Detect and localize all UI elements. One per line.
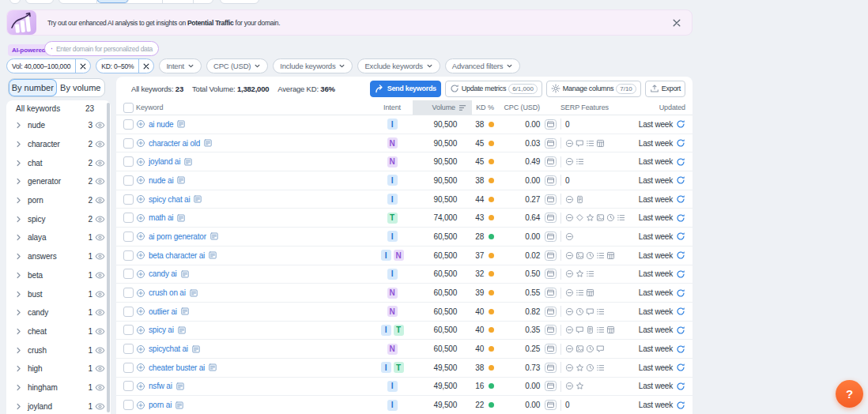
hide-group-icon[interactable]: [95, 139, 105, 149]
row-checkbox[interactable]: [123, 325, 134, 335]
refresh-metrics-icon[interactable]: [676, 307, 685, 316]
refresh-metrics-icon[interactable]: [676, 269, 685, 279]
keyword-link[interactable]: outlier ai: [149, 307, 177, 316]
add-keyword-icon[interactable]: [136, 344, 145, 354]
keyword-link[interactable]: cheater buster ai: [149, 363, 205, 372]
keyword-group-spicy[interactable]: spicy2: [6, 209, 111, 228]
hide-group-icon[interactable]: [95, 195, 105, 205]
advanced-filters-dropdown[interactable]: Advanced filters: [445, 58, 520, 73]
keyword-link[interactable]: joyland ai: [149, 157, 180, 166]
refresh-metrics-icon[interactable]: [676, 157, 685, 167]
tab-phrase-match[interactable]: [129, 0, 163, 3]
header-updated[interactable]: Updated: [625, 100, 693, 115]
keyword-group-beta[interactable]: beta1: [6, 266, 111, 285]
row-checkbox[interactable]: [123, 194, 134, 205]
add-keyword-icon[interactable]: [136, 363, 145, 372]
row-checkbox[interactable]: [123, 250, 134, 261]
expand-group-icon[interactable]: [14, 177, 23, 186]
expand-group-icon[interactable]: [14, 383, 23, 392]
refresh-metrics-icon[interactable]: [676, 138, 685, 148]
keyword-group-character[interactable]: character2: [6, 135, 111, 154]
refresh-metrics-icon[interactable]: [676, 213, 685, 223]
keyword-link[interactable]: spicy chat ai: [149, 195, 190, 204]
keyword-group-generator[interactable]: generator2: [6, 172, 111, 191]
header-volume[interactable]: Volume: [413, 100, 472, 115]
all-keywords-group[interactable]: All keywords 23: [6, 100, 111, 116]
keyword-group-answers[interactable]: answers1: [6, 247, 111, 266]
hide-group-icon[interactable]: [95, 363, 105, 374]
keyword-link[interactable]: crush on ai: [149, 288, 186, 297]
expand-group-icon[interactable]: [14, 346, 23, 355]
analyze-serp-icon[interactable]: [545, 344, 557, 354]
header-keyword[interactable]: Keyword: [136, 100, 372, 115]
refresh-metrics-icon[interactable]: [676, 231, 685, 241]
analyze-serp-icon[interactable]: [545, 307, 557, 317]
tab-exact-match[interactable]: [163, 0, 194, 3]
hide-group-icon[interactable]: [95, 270, 105, 280]
keyword-link[interactable]: spicy ai: [149, 326, 174, 334]
row-checkbox[interactable]: [123, 344, 134, 354]
keyword-group-candy[interactable]: candy1: [6, 303, 111, 322]
row-checkbox[interactable]: [123, 400, 134, 410]
keyword-details-icon[interactable]: [177, 326, 187, 335]
row-checkbox[interactable]: [123, 288, 134, 298]
hide-group-icon[interactable]: [95, 120, 105, 130]
analyze-serp-icon[interactable]: [545, 138, 557, 149]
analyze-serp-icon[interactable]: [545, 231, 557, 242]
keyword-details-icon[interactable]: [180, 269, 190, 279]
row-checkbox[interactable]: [123, 231, 134, 242]
add-keyword-icon[interactable]: [136, 231, 145, 241]
header-kd[interactable]: KD %: [472, 100, 498, 115]
add-keyword-icon[interactable]: [136, 401, 145, 410]
header-cpc[interactable]: CPC (USD): [498, 100, 542, 115]
include-keywords-dropdown[interactable]: Include keywords: [273, 58, 353, 73]
tab-broad-match[interactable]: [97, 0, 130, 3]
analyze-serp-icon[interactable]: [545, 288, 557, 298]
row-checkbox[interactable]: [123, 119, 134, 130]
expand-group-icon[interactable]: [14, 308, 23, 317]
refresh-metrics-icon[interactable]: [676, 194, 685, 204]
keyword-link[interactable]: ai porn generator: [149, 232, 206, 241]
keyword-group-porn[interactable]: porn2: [6, 191, 111, 210]
header-intent[interactable]: Intent: [372, 100, 413, 115]
banner-close-icon[interactable]: [670, 16, 684, 30]
header-serp-features[interactable]: SERP Features: [542, 100, 625, 115]
expand-group-icon[interactable]: [14, 290, 23, 299]
analyze-serp-icon[interactable]: [545, 250, 557, 261]
add-keyword-icon[interactable]: [136, 119, 145, 129]
keyword-details-icon[interactable]: [203, 138, 213, 148]
keyword-details-icon[interactable]: [209, 231, 219, 241]
hide-group-icon[interactable]: [95, 289, 105, 299]
refresh-metrics-icon[interactable]: [676, 250, 685, 260]
keyword-link[interactable]: beta character ai: [149, 251, 205, 260]
hide-group-icon[interactable]: [95, 158, 105, 168]
expand-group-icon[interactable]: [14, 327, 23, 336]
expand-group-icon[interactable]: [14, 402, 23, 411]
send-keywords-button[interactable]: Send keywords: [370, 81, 441, 97]
export-button[interactable]: Export: [645, 81, 685, 97]
refresh-metrics-icon[interactable]: [676, 382, 685, 391]
row-checkbox[interactable]: [123, 363, 134, 373]
keyword-details-icon[interactable]: [208, 250, 217, 260]
add-keyword-icon[interactable]: [136, 326, 145, 335]
keyword-details-icon[interactable]: [176, 175, 186, 185]
row-checkbox[interactable]: [123, 213, 134, 223]
keyword-link[interactable]: nsfw ai: [149, 382, 172, 390]
row-checkbox[interactable]: [123, 138, 134, 149]
hide-group-icon[interactable]: [95, 307, 105, 318]
keyword-details-icon[interactable]: [175, 382, 185, 391]
keyword-group-hingham[interactable]: hingham1: [6, 378, 111, 397]
intent-filter-dropdown[interactable]: Intent: [159, 58, 202, 73]
hide-group-icon[interactable]: [95, 401, 105, 412]
add-keyword-icon[interactable]: [136, 288, 145, 298]
expand-group-icon[interactable]: [14, 252, 23, 261]
keyword-details-icon[interactable]: [189, 288, 198, 298]
keyword-link[interactable]: spicychat ai: [149, 344, 188, 353]
analyze-serp-icon[interactable]: [545, 213, 557, 223]
add-keyword-icon[interactable]: [136, 382, 145, 391]
analyze-serp-icon[interactable]: [545, 400, 557, 410]
analyze-serp-icon[interactable]: [545, 325, 557, 335]
languages-dropdown[interactable]: [220, 0, 259, 4]
manage-columns-button[interactable]: Manage columns 7/10: [546, 81, 641, 97]
analyze-serp-icon[interactable]: [545, 156, 557, 167]
